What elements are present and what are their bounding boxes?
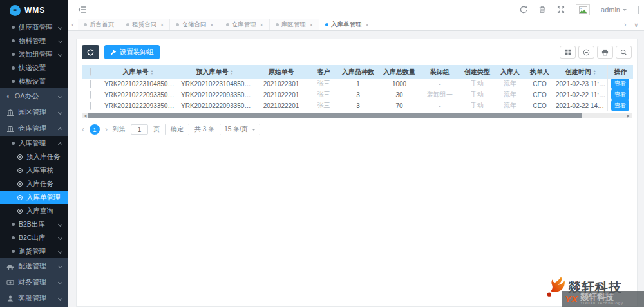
refresh-icon[interactable]: [520, 6, 527, 14]
chevron-down-icon: [58, 249, 62, 254]
sidebar-item-b2b-outbound[interactable]: B2B出库: [0, 218, 68, 231]
row-checkbox[interactable]: [90, 102, 91, 110]
close-icon[interactable]: ×: [366, 22, 369, 28]
tab-scroll-left-icon[interactable]: ‹: [68, 19, 78, 30]
target-icon: [17, 181, 23, 187]
tab-lease-contract[interactable]: 租赁合同 ×: [120, 19, 170, 30]
cell-group: -: [421, 79, 459, 89]
sidebar-group-customer-service[interactable]: 客服管理: [0, 290, 68, 306]
cell-customer: 张三: [309, 100, 338, 111]
page-jump-input[interactable]: [131, 124, 148, 135]
tab-scroll-right-icon[interactable]: ›: [624, 21, 626, 28]
chevron-up-icon: [58, 127, 62, 131]
sidebar-item-label: 退货管理: [19, 247, 46, 256]
table-row[interactable]: YRK202102231048506701 YRK202102231048506…: [82, 79, 633, 89]
scroll-right-icon[interactable]: ▶: [625, 113, 632, 118]
tab-warehouse-mgmt[interactable]: 仓库管理 ×: [220, 19, 270, 30]
sidebar-group-oa[interactable]: ◐ OA办公: [0, 88, 68, 104]
select-all-checkbox[interactable]: [90, 68, 91, 76]
col-created-at[interactable]: 创建时间▲▼: [554, 65, 607, 79]
card-view-icon[interactable]: [560, 46, 576, 59]
scrollbar-thumb[interactable]: [88, 113, 582, 118]
wrench-icon: [110, 49, 117, 55]
app-logo-icon: ≡: [10, 5, 21, 16]
tab-home[interactable]: 后台首页: [78, 19, 120, 30]
col-total-qty: 入库总数量: [378, 65, 421, 79]
scrollbar-track[interactable]: [88, 113, 625, 118]
print-icon[interactable]: [597, 46, 613, 59]
col-create-type: 创建类型: [459, 65, 495, 79]
sidebar-item-express-settings[interactable]: 快递设置: [0, 61, 68, 75]
view-button[interactable]: 查看: [611, 89, 629, 100]
search-icon[interactable]: [616, 46, 632, 59]
sidebar-item-inbound-audit[interactable]: 入库审核: [0, 163, 68, 177]
close-icon[interactable]: ×: [260, 22, 263, 28]
sidebar-group-delivery-mgmt[interactable]: 配送管理: [0, 258, 68, 274]
sidebar-top-section: 供应商管理 物料管理 装卸组管理 快递设置 模板设置: [0, 21, 68, 88]
sidebar-group-label: 财务管理: [18, 277, 46, 287]
cell-customer: 张三: [309, 79, 338, 89]
col-group: 装卸组: [421, 65, 459, 79]
avatar[interactable]: [576, 4, 590, 15]
total-count-label: 共 3 条: [194, 125, 214, 134]
sort-icon[interactable]: ▲▼: [593, 70, 596, 75]
sidebar-item-inbound-query[interactable]: 入库查询: [0, 204, 68, 218]
collapse-sidebar-icon[interactable]: [78, 6, 87, 14]
sidebar-item-label: 装卸组管理: [19, 50, 53, 59]
sidebar-item-inbound-mgmt[interactable]: 入库管理: [0, 136, 68, 150]
trash-icon[interactable]: [538, 6, 546, 14]
prev-page-icon[interactable]: ‹: [82, 126, 84, 133]
sidebar-item-b2c-outbound[interactable]: B2C出库: [0, 231, 68, 245]
close-icon[interactable]: ×: [160, 22, 164, 28]
refresh-table-button[interactable]: [82, 45, 99, 59]
content-area: 设置装卸组: [68, 31, 644, 307]
close-icon[interactable]: ×: [310, 22, 313, 28]
chevron-down-icon: [58, 39, 62, 43]
bullet-icon: [12, 223, 15, 226]
sort-icon[interactable]: ▲▼: [151, 70, 154, 75]
close-icon[interactable]: ×: [210, 22, 213, 28]
view-button[interactable]: 查看: [611, 100, 629, 111]
fullscreen-icon[interactable]: [557, 6, 565, 14]
app-name: WMS: [24, 6, 45, 15]
sidebar-item-material-mgmt[interactable]: 物料管理: [0, 34, 68, 48]
sort-icon[interactable]: ▲▼: [231, 70, 234, 75]
table-row[interactable]: YRK2021022209335047011 YRK20210222093350…: [82, 100, 633, 111]
target-icon: [17, 195, 23, 200]
cell-pre-order-no: YRK202102220933504701: [176, 89, 253, 100]
tab-bar-controls: › ∨: [624, 19, 644, 30]
scroll-left-icon[interactable]: ◀: [82, 113, 88, 118]
user-menu[interactable]: admin: [601, 6, 627, 14]
sidebar-item-loading-group-mgmt[interactable]: 装卸组管理: [0, 48, 68, 61]
row-checkbox[interactable]: [90, 80, 91, 88]
view-button[interactable]: 查看: [611, 79, 629, 89]
tab-bar: ‹ 后台首页 租赁合同 × 仓储合同 × 仓库管理 × 库区管理 × 入库单管理: [68, 19, 644, 31]
table-row[interactable]: YRK202102220933504701 YRK202102220933504…: [82, 89, 633, 100]
tab-inbound-order-mgmt[interactable]: 入库单管理 ×: [319, 19, 375, 30]
set-loading-group-button[interactable]: 设置装卸组: [104, 45, 160, 59]
page-number-button[interactable]: 1: [90, 124, 100, 135]
sidebar-item-inbound-task[interactable]: 入库任务: [0, 177, 68, 191]
sidebar-item-supplier-mgmt[interactable]: 供应商管理: [0, 21, 68, 34]
person-icon: [6, 295, 14, 302]
page-size-select[interactable]: 15 条/页: [220, 124, 260, 135]
tab-storage-contract[interactable]: 仓储合同 ×: [170, 19, 220, 30]
row-checkbox[interactable]: [90, 91, 91, 99]
sidebar-group-finance-mgmt[interactable]: 财务管理: [0, 274, 68, 290]
sidebar-group-park-mgmt[interactable]: 园区管理: [0, 104, 68, 120]
confirm-page-button[interactable]: 确定: [165, 124, 189, 135]
sidebar-item-template-settings[interactable]: 模板设置: [0, 75, 68, 88]
tab-zone-mgmt[interactable]: 库区管理 ×: [270, 19, 319, 30]
cell-inbound-person: 流年: [495, 89, 525, 100]
sidebar-item-label: 物料管理: [19, 37, 46, 46]
sidebar-item-inbound-order-mgmt[interactable]: 入库单管理: [0, 191, 68, 204]
sidebar-item-returns-mgmt[interactable]: 退货管理: [0, 245, 68, 258]
next-page-icon[interactable]: ›: [105, 126, 108, 133]
sidebar-group-warehouse-mgmt[interactable]: 仓库管理: [0, 120, 68, 136]
toggle-view-icon[interactable]: [578, 46, 594, 59]
tab-menu-chevron-icon[interactable]: ∨: [634, 22, 638, 28]
col-pre-order-no[interactable]: 预入库单号▲▼: [176, 65, 253, 79]
col-order-no[interactable]: 入库单号▲▼: [100, 65, 176, 79]
sidebar-item-pre-inbound-task[interactable]: 预入库任务: [0, 150, 68, 163]
sidebar-item-label: 入库查询: [26, 207, 53, 216]
